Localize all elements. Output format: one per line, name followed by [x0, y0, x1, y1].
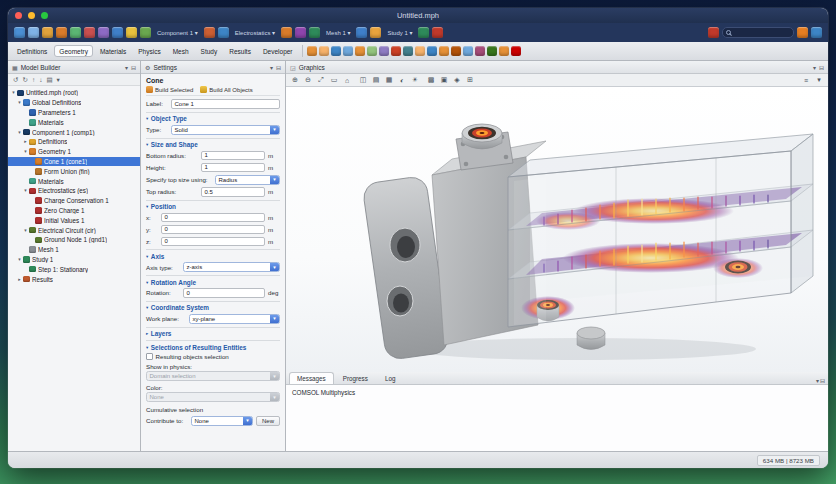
x-input[interactable]: 0	[161, 213, 265, 223]
add-multiphysics-icon[interactable]	[295, 27, 306, 38]
section-axis-header[interactable]: ▾Axis	[146, 253, 280, 260]
expander-icon[interactable]: ▾	[22, 149, 29, 154]
work-plane-icon[interactable]	[439, 46, 449, 56]
build-mesh-icon[interactable]	[309, 27, 320, 38]
open-icon[interactable]	[28, 27, 39, 38]
expander-icon[interactable]: ▾	[10, 90, 17, 95]
zoom-box-icon[interactable]: ▭	[328, 75, 340, 86]
search-input[interactable]	[722, 27, 794, 38]
section-selections-header[interactable]: ▾Selections of Resulting Entities	[146, 344, 280, 351]
tree-item-form-union[interactable]: Form Union (fin)	[8, 166, 140, 176]
go-to-default-view-icon[interactable]: ⌂	[341, 75, 353, 86]
view-front-icon[interactable]: ◫	[357, 75, 369, 86]
minimize-window-button[interactable]	[28, 12, 35, 19]
parameters-icon[interactable]	[126, 27, 137, 38]
windows-icon[interactable]	[432, 27, 443, 38]
tree-item-stationary-step[interactable]: Step 1: Stationary	[8, 264, 140, 274]
graphics-menu-icon[interactable]: ▾	[813, 75, 825, 86]
tree-item-ground-node[interactable]: Ground Node 1 (gnd1)	[8, 235, 140, 245]
tab-study[interactable]: Study	[196, 45, 223, 57]
section-object-type-header[interactable]: ▾Object Type	[146, 115, 280, 122]
y-input[interactable]: 0	[161, 225, 265, 235]
tab-definitions[interactable]: Definitions	[12, 45, 52, 57]
close-window-button[interactable]	[15, 12, 22, 19]
build-all-icon[interactable]	[499, 46, 509, 56]
add-study-icon[interactable]	[356, 27, 367, 38]
tab-mesh[interactable]: Mesh	[168, 45, 194, 57]
move-up-icon[interactable]: ↑	[32, 76, 35, 83]
reset-desktop-icon[interactable]	[708, 27, 719, 38]
zoom-extents-icon[interactable]: ⤢	[315, 75, 327, 86]
import-geometry-icon[interactable]	[307, 46, 317, 56]
section-layers-header[interactable]: ▸Layers	[146, 330, 280, 337]
3d-viewport[interactable]	[286, 87, 828, 372]
tree-item-mesh[interactable]: Mesh 1	[8, 245, 140, 255]
tree-item-parameters[interactable]: Parameters 1	[8, 108, 140, 118]
tree-item-component[interactable]: ▾Component 1 (comp1)	[8, 127, 140, 137]
tab-log[interactable]: Log	[377, 372, 404, 384]
title-bar[interactable]: Untitled.mph	[8, 8, 828, 23]
view-top-icon[interactable]: ▤	[370, 75, 382, 86]
tab-results[interactable]: Results	[224, 45, 256, 57]
geometry-icon[interactable]	[218, 27, 229, 38]
wireframe-icon[interactable]: ▩	[425, 75, 437, 86]
build-all-objects-button[interactable]: Build All Objects	[200, 86, 252, 93]
delete-entities-icon[interactable]	[511, 46, 521, 56]
panel-menu-icon[interactable]: ▾	[816, 377, 819, 384]
orthographic-icon[interactable]: ▣	[438, 75, 450, 86]
loft-icon[interactable]	[427, 46, 437, 56]
extrude-icon[interactable]	[391, 46, 401, 56]
help-icon[interactable]	[797, 27, 808, 38]
object-type-select[interactable]: Solid▼	[171, 125, 280, 135]
cone-primitive-icon[interactable]	[343, 46, 353, 56]
tree-item-initial-values[interactable]: Initial Values 1	[8, 215, 140, 225]
scene-light-icon[interactable]: ☀	[409, 75, 421, 86]
panel-collapse-icon[interactable]: ⊟	[131, 64, 136, 71]
tree-item-global-definitions[interactable]: ▾Global Definitions	[8, 98, 140, 108]
tree-item-electrostatics[interactable]: ▾Electrostatics (es)	[8, 186, 140, 196]
move-down-icon[interactable]: ↓	[39, 76, 42, 83]
zoom-in-icon[interactable]: ⊕	[289, 75, 301, 86]
tab-materials[interactable]: Materials	[95, 45, 131, 57]
redo-icon[interactable]	[56, 27, 67, 38]
tree-item-charge-conservation[interactable]: Charge Conservation 1	[8, 196, 140, 206]
save-icon[interactable]	[14, 27, 25, 38]
rotation-input[interactable]: 0	[183, 288, 265, 298]
tree-item-geometry[interactable]: ▾Geometry 1	[8, 147, 140, 157]
label-input[interactable]: Cone 1	[171, 99, 280, 109]
specify-top-size-select[interactable]: Radius▼	[215, 175, 280, 185]
tree-item-results[interactable]: ▸Results	[8, 274, 140, 284]
tree-item-global-materials[interactable]: Materials	[8, 117, 140, 127]
show-options-icon[interactable]: ▤	[46, 76, 52, 84]
height-input[interactable]: 1	[201, 163, 265, 173]
add-component-icon[interactable]	[204, 27, 215, 38]
z-input[interactable]: 0	[161, 237, 265, 247]
livelink-icon[interactable]	[319, 46, 329, 56]
zoom-window-button[interactable]	[41, 12, 48, 19]
tree-item-study[interactable]: ▾Study 1	[8, 255, 140, 265]
more-primitives-icon[interactable]	[379, 46, 389, 56]
tree-item-definitions[interactable]: ▸Definitions	[8, 137, 140, 147]
sweep-icon[interactable]	[415, 46, 425, 56]
tab-developer[interactable]: Developer	[258, 45, 298, 57]
panel-menu-icon[interactable]: ▾	[125, 64, 128, 71]
expander-icon[interactable]: ▾	[16, 130, 23, 135]
panel-menu-icon[interactable]: ▾	[813, 64, 816, 71]
grid-icon[interactable]: ▦	[383, 75, 395, 86]
go-back-icon[interactable]: ↺	[13, 76, 18, 84]
functions-icon[interactable]	[140, 27, 151, 38]
top-radius-input[interactable]: 0.5	[201, 187, 265, 197]
panel-collapse-icon[interactable]: ⊟	[819, 64, 824, 71]
layout-icon[interactable]	[811, 27, 822, 38]
settings-gear-icon[interactable]	[112, 27, 123, 38]
tree-item-electrical-circuit[interactable]: ▾Electrical Circuit (cir)	[8, 225, 140, 235]
go-forward-icon[interactable]: ↻	[22, 76, 27, 84]
expander-icon[interactable]: ▾	[16, 257, 23, 262]
transparency-icon[interactable]: ◐	[396, 75, 408, 86]
chamfer-icon[interactable]	[475, 46, 485, 56]
expander-icon[interactable]: ▸	[16, 277, 23, 282]
expander-icon[interactable]: ▾	[22, 228, 29, 233]
expander-icon[interactable]: ▸	[22, 139, 29, 144]
cylinder-primitive-icon[interactable]	[355, 46, 365, 56]
section-size-shape-header[interactable]: ▾Size and Shape	[146, 141, 280, 148]
